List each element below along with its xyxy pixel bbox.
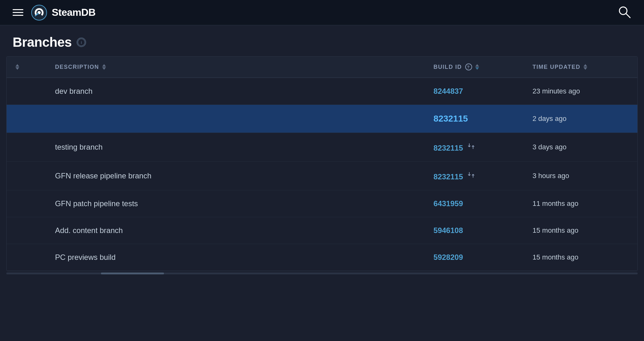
table-header-row: DESCRIPTION BUILD ID ? bbox=[7, 57, 637, 78]
sort-arrows-buildid bbox=[475, 64, 479, 70]
table-row[interactable]: testing branch8232115 3 days ago bbox=[7, 133, 637, 162]
cell-description: testing branch bbox=[46, 133, 425, 162]
cell-buildid: 8232115 bbox=[425, 133, 524, 162]
col-header-description[interactable]: DESCRIPTION bbox=[46, 57, 425, 78]
cell-row-number bbox=[7, 78, 46, 105]
buildid-link[interactable]: 8232115 bbox=[434, 172, 463, 181]
sort-arrows-number bbox=[15, 64, 19, 70]
cell-buildid: 8232115 bbox=[425, 162, 524, 190]
cell-row-number bbox=[7, 162, 46, 190]
navbar-left: SteamDB bbox=[13, 4, 96, 21]
time-updated-text: 3 days ago bbox=[532, 143, 566, 151]
cell-buildid: 5946108 bbox=[425, 217, 524, 244]
diff-icon[interactable] bbox=[467, 142, 476, 151]
cell-buildid: 8232115 bbox=[425, 105, 524, 133]
cell-row-number bbox=[7, 244, 46, 271]
time-updated-text: 15 months ago bbox=[532, 226, 578, 234]
buildid-link[interactable]: 8232115 bbox=[434, 144, 463, 152]
cell-description bbox=[46, 105, 425, 133]
cell-time-updated: 15 months ago bbox=[524, 244, 637, 271]
buildid-link[interactable]: 5946108 bbox=[434, 226, 463, 235]
cell-buildid: 6431959 bbox=[425, 190, 524, 217]
logo-container[interactable]: SteamDB bbox=[31, 4, 96, 21]
col-header-timeupdated[interactable]: TIME UPDATED bbox=[524, 57, 637, 78]
table-row[interactable]: GFN release pipeline branch8232115 3 hou… bbox=[7, 162, 637, 190]
buildid-link[interactable]: 5928209 bbox=[434, 253, 463, 261]
buildid-link[interactable]: 8232115 bbox=[434, 114, 468, 123]
table-body: dev branch824483723 minutes ago82321152 … bbox=[7, 78, 637, 271]
col-header-buildid[interactable]: BUILD ID ? bbox=[425, 57, 524, 78]
table-row[interactable]: Add. content branch594610815 months ago bbox=[7, 217, 637, 244]
col-label-description: DESCRIPTION bbox=[55, 64, 99, 70]
time-updated-text: 3 hours ago bbox=[532, 172, 569, 180]
cell-row-number bbox=[7, 217, 46, 244]
navbar: SteamDB bbox=[0, 0, 644, 25]
buildid-link[interactable]: 6431959 bbox=[434, 199, 463, 208]
col-header-sort[interactable] bbox=[7, 57, 46, 78]
diff-icon[interactable] bbox=[467, 170, 476, 179]
table-row[interactable]: PC previews build592820915 months ago bbox=[7, 244, 637, 271]
svg-line-3 bbox=[626, 14, 630, 18]
scrollbar-thumb[interactable] bbox=[101, 272, 164, 274]
page-title: Branches bbox=[13, 35, 72, 50]
hamburger-menu-button[interactable] bbox=[13, 9, 23, 16]
logo-text: SteamDB bbox=[52, 7, 96, 18]
cell-description: GFN release pipeline branch bbox=[46, 162, 425, 190]
branches-table: DESCRIPTION BUILD ID ? bbox=[7, 57, 637, 271]
sort-arrows-description bbox=[102, 64, 106, 70]
table-row[interactable]: GFN patch pipeline tests643195911 months… bbox=[7, 190, 637, 217]
buildid-link[interactable]: 8244837 bbox=[434, 87, 463, 95]
svg-text:i: i bbox=[81, 40, 82, 45]
search-button[interactable] bbox=[618, 5, 631, 20]
time-updated-text: 23 minutes ago bbox=[532, 87, 580, 95]
cell-description: Add. content branch bbox=[46, 217, 425, 244]
page-info-icon[interactable]: i bbox=[77, 38, 86, 47]
cell-description: GFN patch pipeline tests bbox=[46, 190, 425, 217]
info-circle-icon: i bbox=[77, 38, 85, 47]
buildid-help-icon[interactable]: ? bbox=[465, 63, 472, 70]
cell-time-updated: 23 minutes ago bbox=[524, 78, 637, 105]
col-label-buildid: BUILD ID bbox=[434, 64, 462, 70]
time-updated-text: 11 months ago bbox=[532, 200, 578, 207]
branches-table-container: DESCRIPTION BUILD ID ? bbox=[6, 56, 638, 271]
cell-time-updated: 15 months ago bbox=[524, 217, 637, 244]
steamdb-logo-icon bbox=[31, 4, 47, 21]
time-updated-text: 15 months ago bbox=[532, 253, 578, 261]
cell-time-updated: 3 days ago bbox=[524, 133, 637, 162]
page-header: Branches i bbox=[0, 25, 644, 56]
search-icon bbox=[618, 5, 631, 19]
cell-row-number bbox=[7, 105, 46, 133]
table-row[interactable]: 82321152 days ago bbox=[7, 105, 637, 133]
col-label-timeupdated: TIME UPDATED bbox=[532, 64, 580, 70]
cell-buildid: 5928209 bbox=[425, 244, 524, 271]
horizontal-scrollbar[interactable] bbox=[0, 271, 644, 276]
cell-time-updated: 11 months ago bbox=[524, 190, 637, 217]
sort-arrows-time bbox=[583, 64, 587, 70]
table-row[interactable]: dev branch824483723 minutes ago bbox=[7, 78, 637, 105]
scrollbar-track[interactable] bbox=[6, 272, 638, 274]
time-updated-text: 2 days ago bbox=[532, 115, 566, 123]
cell-buildid: 8244837 bbox=[425, 78, 524, 105]
cell-time-updated: 3 hours ago bbox=[524, 162, 637, 190]
cell-row-number bbox=[7, 190, 46, 217]
cell-row-number bbox=[7, 133, 46, 162]
cell-description: dev branch bbox=[46, 78, 425, 105]
cell-description: PC previews build bbox=[46, 244, 425, 271]
cell-time-updated: 2 days ago bbox=[524, 105, 637, 133]
